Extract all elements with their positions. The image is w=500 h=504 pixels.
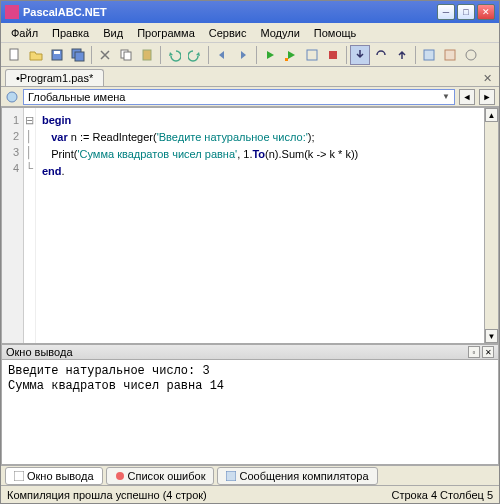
panel-pin-button[interactable]: ▫ (468, 346, 480, 358)
minimize-button[interactable]: ─ (437, 4, 455, 20)
nav-icon (5, 90, 19, 104)
menu-program[interactable]: Программа (131, 25, 201, 41)
fold-column[interactable]: ⊟││└ (24, 108, 36, 343)
scope-label: Глобальные имена (28, 91, 126, 103)
nav-back-button[interactable] (212, 45, 232, 65)
scroll-down-button[interactable]: ▼ (485, 329, 498, 343)
line-gutter: 1 2 3 4 (2, 108, 24, 343)
step-out-button[interactable] (392, 45, 412, 65)
code-area[interactable]: begin var n := ReadInteger('Введите нату… (36, 108, 484, 343)
errors-icon (115, 471, 125, 481)
save-all-button[interactable] (68, 45, 88, 65)
svg-rect-17 (226, 471, 236, 481)
svg-rect-0 (10, 49, 18, 60)
nav-next-button[interactable]: ► (479, 89, 495, 105)
code-navigator: Глобальные имена ▼ ◄ ► (1, 87, 499, 107)
panel-close-button[interactable]: ✕ (482, 346, 494, 358)
cut-button[interactable] (95, 45, 115, 65)
redo-button[interactable] (185, 45, 205, 65)
tool-a-button[interactable] (419, 45, 439, 65)
svg-rect-8 (285, 58, 288, 61)
status-bar: Компиляция прошла успешно (4 строк) Стро… (1, 485, 499, 503)
svg-rect-6 (124, 52, 131, 60)
svg-rect-15 (14, 471, 24, 481)
run-noform-button[interactable] (281, 45, 301, 65)
menu-edit[interactable]: Правка (46, 25, 95, 41)
undo-button[interactable] (164, 45, 184, 65)
menu-bar: Файл Правка Вид Программа Сервис Модули … (1, 23, 499, 43)
status-compile: Компиляция прошла успешно (4 строк) (7, 489, 207, 501)
svg-rect-11 (424, 50, 434, 60)
output-panel[interactable]: Введите натуральное число: 3 Сумма квадр… (1, 360, 499, 465)
tab-output[interactable]: Окно вывода (5, 467, 103, 485)
save-button[interactable] (47, 45, 67, 65)
output-panel-title: Окно вывода (6, 346, 73, 358)
app-icon (5, 5, 19, 19)
tab-compiler[interactable]: Сообщения компилятора (217, 467, 377, 485)
title-bar: PascalABC.NET ─ □ ✕ (1, 1, 499, 23)
svg-rect-12 (445, 50, 455, 60)
window-buttons: ─ □ ✕ (437, 4, 495, 20)
window-title: PascalABC.NET (23, 6, 437, 18)
menu-service[interactable]: Сервис (203, 25, 253, 41)
tab-errors[interactable]: Список ошибок (106, 467, 215, 485)
editor-scrollbar[interactable]: ▲ ▼ (484, 108, 498, 343)
menu-modules[interactable]: Модули (254, 25, 305, 41)
compiler-icon (226, 471, 236, 481)
editor-tabs: •Program1.pas* ✕ (1, 67, 499, 87)
paste-button[interactable] (137, 45, 157, 65)
status-cursor: Строка 4 Столбец 5 (391, 489, 493, 501)
svg-point-13 (466, 50, 476, 60)
run-button[interactable] (260, 45, 280, 65)
svg-rect-9 (307, 50, 317, 60)
scroll-up-button[interactable]: ▲ (485, 108, 498, 122)
svg-point-14 (7, 92, 17, 102)
close-tab-button[interactable]: ✕ (479, 70, 495, 86)
new-file-button[interactable] (5, 45, 25, 65)
svg-point-16 (116, 472, 124, 480)
menu-view[interactable]: Вид (97, 25, 129, 41)
output-panel-header: Окно вывода ▫ ✕ (1, 344, 499, 360)
open-file-button[interactable] (26, 45, 46, 65)
bottom-tabs: Окно вывода Список ошибок Сообщения комп… (1, 465, 499, 485)
svg-rect-4 (75, 52, 84, 61)
chevron-down-icon: ▼ (442, 92, 450, 101)
menu-help[interactable]: Помощь (308, 25, 363, 41)
step-into-button[interactable] (350, 45, 370, 65)
stop-button[interactable] (323, 45, 343, 65)
copy-button[interactable] (116, 45, 136, 65)
menu-file[interactable]: Файл (5, 25, 44, 41)
svg-rect-10 (329, 51, 337, 59)
close-button[interactable]: ✕ (477, 4, 495, 20)
toolbar (1, 43, 499, 67)
tool-b-button[interactable] (440, 45, 460, 65)
svg-rect-7 (143, 50, 151, 60)
scope-selector[interactable]: Глобальные имена ▼ (23, 89, 455, 105)
step-over-button[interactable] (371, 45, 391, 65)
tool-c-button[interactable] (461, 45, 481, 65)
compile-button[interactable] (302, 45, 322, 65)
output-icon (14, 471, 24, 481)
code-editor[interactable]: 1 2 3 4 ⊟││└ begin var n := ReadInteger(… (1, 107, 499, 344)
svg-rect-2 (54, 51, 60, 54)
nav-fwd-button[interactable] (233, 45, 253, 65)
nav-prev-button[interactable]: ◄ (459, 89, 475, 105)
maximize-button[interactable]: □ (457, 4, 475, 20)
file-tab[interactable]: •Program1.pas* (5, 69, 104, 86)
